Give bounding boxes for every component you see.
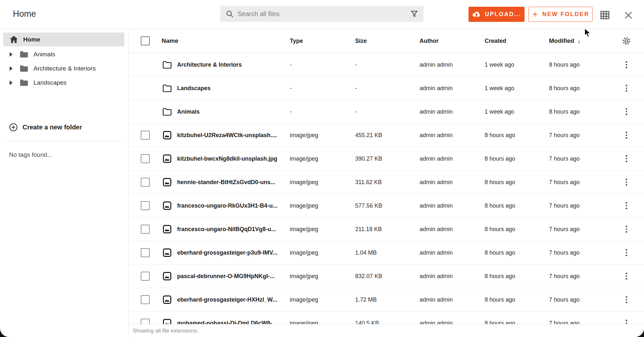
- row-name[interactable]: eberhard-grossgasteiger-p3u9-lMV...: [177, 249, 277, 256]
- sort-desc-arrow-icon: ↓: [577, 37, 581, 45]
- folder-icon: [163, 61, 172, 69]
- image-file-icon: [163, 178, 172, 187]
- row-type: -: [290, 108, 355, 115]
- table-settings-gear-icon[interactable]: [613, 36, 644, 46]
- sidebar-folder-item[interactable]: Landscapes: [0, 76, 128, 90]
- plus-icon: [532, 11, 538, 18]
- row-type: image/jpeg: [290, 320, 355, 324]
- row-author: admin admin: [420, 132, 485, 139]
- column-header-created[interactable]: Created: [485, 38, 549, 44]
- row-size: 455.21 KB: [355, 132, 420, 139]
- row-created: 8 hours ago: [485, 179, 549, 186]
- row-checkbox[interactable]: [141, 178, 150, 187]
- row-menu-kebab-icon[interactable]: [624, 154, 629, 164]
- sidebar-divider: [6, 141, 121, 141]
- filter-icon[interactable]: [410, 10, 418, 18]
- grid-view-icon[interactable]: [598, 8, 611, 23]
- row-menu-kebab-icon[interactable]: [624, 107, 629, 117]
- row-size: 1.72 MB: [355, 296, 420, 303]
- search-input[interactable]: [238, 10, 410, 18]
- row-name[interactable]: kitzbuhel-bwcxNg8dkiI-unsplash.jpg: [177, 155, 277, 162]
- table-row-file[interactable]: francesco-ungaro-RkGUx3H1-B4-u...image/j…: [129, 194, 644, 218]
- table-row-file[interactable]: kitzbuhel-U2Reza4WCtk-unsplash....image/…: [129, 124, 644, 147]
- row-modified: 7 hours ago: [549, 132, 613, 139]
- row-menu-kebab-icon[interactable]: [624, 248, 629, 257]
- no-tags-message: No tags found...: [9, 151, 52, 158]
- expand-caret-icon[interactable]: [10, 66, 13, 71]
- row-menu-kebab-icon[interactable]: [624, 130, 629, 140]
- row-modified: 7 hours ago: [549, 273, 613, 280]
- row-menu-kebab-icon[interactable]: [624, 224, 629, 234]
- table-row-file[interactable]: francesco-ungaro-NilBQqD1Vg8-u...image/j…: [129, 218, 644, 241]
- row-modified: 7 hours ago: [549, 320, 613, 324]
- row-checkbox[interactable]: [141, 154, 150, 163]
- row-name[interactable]: Animals: [177, 108, 200, 115]
- row-menu-kebab-icon[interactable]: [624, 60, 629, 70]
- row-created: 8 hours ago: [485, 320, 549, 324]
- table-row-folder[interactable]: Landscapes--admin admin1 week ago8 hours…: [129, 77, 644, 100]
- row-menu-kebab-icon[interactable]: [624, 271, 629, 281]
- table-row-folder[interactable]: Architecture & Interiors--admin admin1 w…: [129, 53, 644, 77]
- row-name[interactable]: pascal-debrunner-O-MG9HpNKgI-...: [177, 273, 275, 280]
- row-checkbox[interactable]: [141, 248, 150, 257]
- column-header-author[interactable]: Author: [420, 38, 485, 44]
- row-checkbox[interactable]: [141, 131, 150, 140]
- row-checkbox[interactable]: [141, 319, 150, 324]
- close-icon[interactable]: [622, 9, 635, 23]
- sidebar-item-home[interactable]: Home: [3, 33, 124, 46]
- row-size: 1.04 MB: [355, 249, 420, 256]
- expand-caret-icon[interactable]: [10, 80, 13, 85]
- row-menu-kebab-icon[interactable]: [624, 177, 629, 187]
- row-name[interactable]: francesco-ungaro-NilBQqD1Vg8-u...: [177, 226, 276, 233]
- row-author: admin admin: [420, 273, 485, 280]
- sidebar-folder-item[interactable]: Architecture & Interiors: [0, 61, 128, 76]
- table-row-file[interactable]: pascal-debrunner-O-MG9HpNKgI-...image/jp…: [129, 265, 644, 288]
- table-row-file[interactable]: eberhard-grossgasteiger-HXHzI_W...image/…: [129, 288, 644, 312]
- row-name[interactable]: eberhard-grossgasteiger-HXHzI_W...: [177, 296, 277, 303]
- row-menu-kebab-icon[interactable]: [624, 295, 629, 304]
- row-size: 577.56 KB: [355, 202, 420, 209]
- upload-button[interactable]: UPLOAD...: [469, 7, 525, 22]
- row-author: admin admin: [420, 296, 485, 303]
- row-name[interactable]: mohamed-nohassi-Di-DmLD6cW8-...: [177, 320, 277, 324]
- search-bar[interactable]: [220, 6, 423, 22]
- new-folder-button[interactable]: NEW FOLDER: [528, 7, 592, 22]
- row-created: 1 week ago: [485, 108, 549, 115]
- row-name[interactable]: francesco-ungaro-RkGUx3H1-B4-u...: [177, 202, 278, 209]
- top-bar: Home UPLOAD... NEW FOLDER: [0, 0, 644, 29]
- column-header-name[interactable]: Name: [161, 37, 290, 44]
- column-header-modified[interactable]: Modified ↓: [549, 37, 613, 45]
- table-row-file[interactable]: eberhard-grossgasteiger-p3u9-lMV...image…: [129, 241, 644, 265]
- create-folder-label: Create a new folder: [23, 124, 82, 131]
- status-message: Showing all file extensions.: [133, 328, 198, 334]
- table-row-folder[interactable]: Animals--admin admin1 week ago8 hours ag…: [129, 100, 644, 124]
- table-row-file[interactable]: hennie-stander-BtHtZsGvdD0-uns...image/j…: [129, 171, 644, 194]
- column-header-type[interactable]: Type: [290, 38, 355, 44]
- create-new-folder-button[interactable]: Create a new folder: [0, 120, 82, 134]
- row-name[interactable]: Architecture & Interiors: [177, 61, 242, 68]
- row-created: 8 hours ago: [485, 273, 549, 280]
- column-header-size[interactable]: Size: [355, 38, 420, 44]
- row-checkbox[interactable]: [141, 272, 150, 281]
- row-checkbox[interactable]: [141, 225, 150, 234]
- row-menu-kebab-icon[interactable]: [624, 83, 629, 93]
- row-checkbox[interactable]: [141, 295, 150, 304]
- table-row-file[interactable]: kitzbuhel-bwcxNg8dkiI-unsplash.jpgimage/…: [129, 147, 644, 171]
- folder-icon: [20, 51, 28, 58]
- table-row-file[interactable]: mohamed-nohassi-Di-DmLD6cW8-...image/jpe…: [129, 312, 644, 324]
- expand-caret-icon[interactable]: [10, 52, 13, 57]
- row-modified: 8 hours ago: [549, 108, 613, 115]
- row-modified: 7 hours ago: [549, 202, 613, 209]
- sidebar-folder-item[interactable]: Animals: [0, 47, 128, 61]
- table-header-row: Name Type Size Author Created Modified ↓: [129, 29, 644, 53]
- row-name[interactable]: kitzbuhel-U2Reza4WCtk-unsplash....: [177, 132, 277, 139]
- select-all-checkbox[interactable]: [141, 36, 150, 45]
- row-checkbox[interactable]: [141, 201, 150, 210]
- row-type: image/jpeg: [290, 202, 355, 209]
- row-menu-kebab-icon[interactable]: [624, 318, 629, 324]
- row-menu-kebab-icon[interactable]: [624, 201, 629, 211]
- row-created: 8 hours ago: [485, 155, 549, 162]
- row-name[interactable]: Landscapes: [177, 85, 211, 92]
- row-name[interactable]: hennie-stander-BtHtZsGvdD0-uns...: [177, 179, 275, 186]
- row-author: admin admin: [420, 320, 485, 324]
